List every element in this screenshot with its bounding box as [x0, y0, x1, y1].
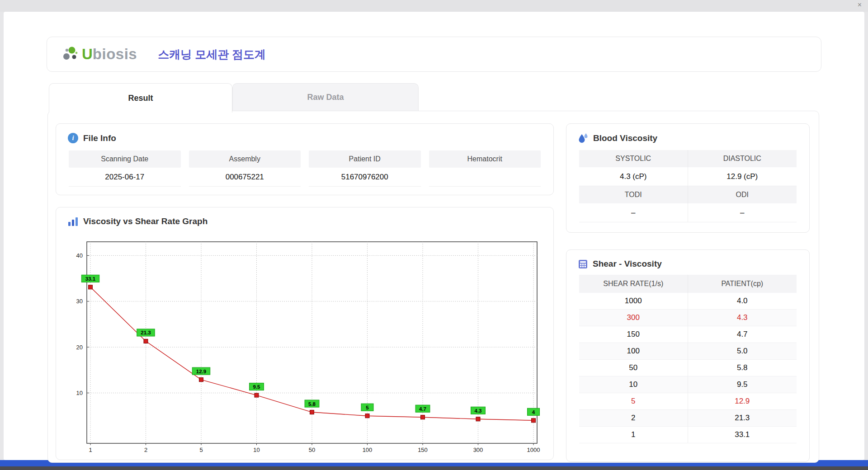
- svg-text:100: 100: [363, 446, 373, 453]
- patient-cp-cell: 5.8: [688, 360, 797, 376]
- app-title: 스캐닝 모세관 점도계: [158, 47, 266, 62]
- svg-text:20: 20: [76, 344, 83, 351]
- bv-header-row: TODI ODI: [579, 186, 797, 203]
- ubiosis-logo-icon: [61, 46, 79, 63]
- blood-viscosity-card: Blood Viscosity SYSTOLIC DIASTOLIC 4.3 (…: [566, 123, 810, 233]
- shear-table-row: 10004.0: [579, 293, 797, 310]
- svg-text:2: 2: [144, 446, 147, 453]
- shear-viscosity-title: Shear - Viscosity: [593, 259, 662, 269]
- bar-chart-icon: [68, 217, 78, 226]
- shear-table-row: 512.9: [579, 393, 797, 410]
- diastolic-value: 12.9 (cP): [688, 167, 797, 186]
- blood-viscosity-title: Blood Viscosity: [593, 133, 657, 143]
- svg-text:4: 4: [532, 409, 535, 415]
- shear-viscosity-header: Shear - Viscosity: [566, 250, 809, 269]
- field-value: 2025-06-17: [69, 168, 181, 187]
- svg-text:21.3: 21.3: [141, 330, 151, 335]
- info-icon: i: [68, 133, 78, 143]
- graph-title: Viscosity vs Shear Rate Graph: [83, 216, 208, 226]
- patient-cp-cell: 4.3: [688, 310, 797, 326]
- svg-text:5: 5: [366, 405, 369, 410]
- desktop-strip-dark: [0, 466, 868, 470]
- bv-header-row: SYSTOLIC DIASTOLIC: [579, 150, 797, 167]
- bv-value-row: 4.3 (cP) 12.9 (cP): [579, 167, 797, 186]
- chart-area: 102030401251050100150300100033.121.312.9…: [67, 237, 543, 456]
- field-value: [429, 168, 541, 187]
- logo-accent-letter: U: [82, 46, 93, 63]
- viscosity-graph-card: Viscosity vs Shear Rate Graph 1020304012…: [56, 207, 554, 460]
- shear-table-row: 221.3: [579, 410, 797, 427]
- svg-text:4.3: 4.3: [475, 408, 482, 414]
- svg-text:5.8: 5.8: [308, 401, 316, 407]
- field-value: 000675221: [189, 168, 301, 187]
- field-label: Hematocrit: [429, 150, 541, 168]
- svg-text:5: 5: [199, 446, 203, 453]
- app-window: Ubiosis 스캐닝 모세관 점도계 Result Raw Data i Fi…: [4, 12, 864, 460]
- svg-text:300: 300: [473, 446, 483, 453]
- app-header: Ubiosis 스캐닝 모세관 점도계: [47, 37, 821, 72]
- shear-rate-cell: 150: [579, 326, 688, 343]
- shear-table-row: 133.1: [579, 427, 797, 443]
- graph-header: Viscosity vs Shear Rate Graph: [56, 207, 553, 226]
- viscosity-chart: 102030401251050100150300100033.121.312.9…: [67, 237, 543, 456]
- patient-cp-cell: 4.7: [688, 326, 797, 343]
- shear-rate-cell: 50: [579, 360, 688, 376]
- file-info-fields: Scanning Date 2025-06-17 Assembly 000675…: [69, 150, 541, 187]
- svg-text:40: 40: [76, 252, 83, 259]
- field-assembly: Assembly 000675221: [189, 150, 301, 187]
- svg-text:30: 30: [76, 298, 83, 305]
- tab-result[interactable]: Result: [49, 83, 232, 113]
- table-grid-icon: [578, 259, 588, 269]
- diastolic-label: DIASTOLIC: [688, 150, 797, 167]
- todi-label: TODI: [579, 186, 688, 203]
- svg-text:50: 50: [309, 446, 315, 453]
- systolic-label: SYSTOLIC: [579, 150, 688, 167]
- odi-value: –: [688, 203, 797, 222]
- svg-text:33.1: 33.1: [85, 276, 96, 282]
- odi-label: ODI: [688, 186, 797, 203]
- patient-cp-cell: 33.1: [688, 427, 797, 443]
- window-titlebar: ×: [0, 0, 868, 12]
- file-info-title: File Info: [83, 133, 116, 143]
- patient-cp-cell: 21.3: [688, 410, 797, 426]
- tab-raw-data[interactable]: Raw Data: [232, 83, 419, 111]
- svg-text:4.7: 4.7: [419, 406, 426, 412]
- patient-cp-cell: 4.0: [688, 293, 797, 309]
- svg-text:1000: 1000: [527, 446, 540, 453]
- bv-value-row: – –: [579, 203, 797, 222]
- ubiosis-logo: Ubiosis: [61, 46, 137, 63]
- systolic-value: 4.3 (cP): [579, 167, 688, 186]
- field-hematocrit: Hematocrit: [429, 150, 541, 187]
- svg-text:12.9: 12.9: [196, 369, 206, 374]
- shear-table-row: 1005.0: [579, 343, 797, 360]
- shear-rate-cell: 10: [579, 376, 688, 393]
- svg-text:150: 150: [418, 446, 428, 453]
- ubiosis-logo-text: Ubiosis: [82, 46, 137, 63]
- svg-text:10: 10: [253, 446, 259, 453]
- shear-rate-cell: 2: [579, 410, 688, 426]
- shear-viscosity-table: SHEAR RATE(1/s) PATIENT(cp) 10004.03004.…: [579, 275, 797, 443]
- blood-viscosity-table: SYSTOLIC DIASTOLIC 4.3 (cP) 12.9 (cP) TO…: [579, 150, 797, 222]
- window-close-icon[interactable]: ×: [858, 1, 862, 9]
- patient-cp-cell: 5.0: [688, 343, 797, 359]
- todi-value: –: [579, 203, 688, 222]
- shear-table-row: 505.8: [579, 360, 797, 376]
- shear-rate-cell: 100: [579, 343, 688, 359]
- field-label: Patient ID: [309, 150, 421, 168]
- file-info-card: i File Info Scanning Date 2025-06-17 Ass…: [56, 123, 554, 195]
- shear-rate-cell: 1000: [579, 293, 688, 309]
- svg-text:10: 10: [76, 390, 83, 396]
- logo-rest-text: biosis: [93, 46, 137, 63]
- shear-table-header: SHEAR RATE(1/s) PATIENT(cp): [579, 275, 797, 293]
- field-label: Assembly: [189, 150, 301, 168]
- svg-text:1: 1: [89, 446, 92, 453]
- tab-result-label: Result: [128, 94, 153, 103]
- field-value: 51670976200: [309, 168, 421, 187]
- content-panel: i File Info Scanning Date 2025-06-17 Ass…: [47, 111, 819, 463]
- blood-viscosity-header: Blood Viscosity: [566, 124, 809, 143]
- shear-table-row: 3004.3: [579, 310, 797, 326]
- svg-text:9.5: 9.5: [253, 384, 261, 390]
- shear-rate-cell: 300: [579, 310, 688, 326]
- droplet-icon: [578, 133, 588, 143]
- shear-table-body: 10004.03004.31504.71005.0505.8109.5512.9…: [579, 293, 797, 443]
